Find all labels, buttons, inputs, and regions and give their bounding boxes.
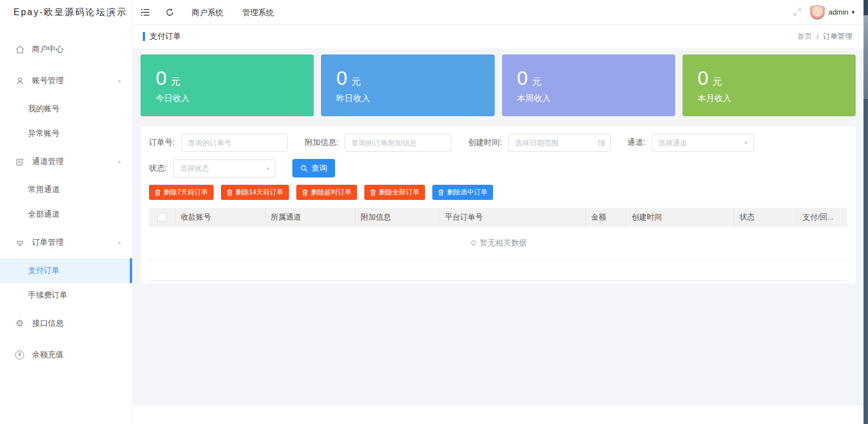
stat-unit: 元 bbox=[712, 76, 722, 87]
scrollbar-thumb[interactable] bbox=[864, 15, 868, 100]
status-select[interactable] bbox=[173, 159, 275, 177]
stat-value: 0 bbox=[698, 67, 708, 89]
stat-card-week-income: 0元 本周收入 bbox=[502, 54, 675, 116]
stat-label: 今日收入 bbox=[156, 93, 299, 104]
refresh-icon[interactable] bbox=[157, 0, 182, 25]
sidebar-item-label: 余额充值 bbox=[32, 350, 64, 360]
stat-value: 0 bbox=[517, 67, 528, 89]
trash-icon bbox=[227, 189, 233, 196]
sidebar-item-payment-orders[interactable]: 支付订单 bbox=[0, 258, 132, 283]
trash-icon bbox=[302, 189, 308, 196]
stat-label: 本周收入 bbox=[517, 93, 660, 104]
filter-extra-info: 附加信息: bbox=[305, 134, 451, 152]
breadcrumb-current: 订单管理 bbox=[823, 31, 852, 42]
col-receive-account: 收款账号 bbox=[175, 208, 265, 227]
sidebar: Epay-欧皇源码论坛演示 商户中心 账号管理 ▲ 我的账号 异常账号 bbox=[0, 0, 133, 424]
channel-select[interactable] bbox=[652, 134, 754, 152]
sidebar-item-my-accounts[interactable]: 我的账号 bbox=[0, 97, 132, 121]
select-all-checkbox[interactable] bbox=[157, 213, 166, 222]
smiley-icon: ☺ bbox=[469, 238, 478, 247]
sidebar-item-common-channels[interactable]: 常用通道 bbox=[0, 177, 132, 202]
sidebar-item-order-mgmt[interactable]: 订单管理 ▲ bbox=[0, 227, 132, 258]
user-menu[interactable]: admin ▼ bbox=[829, 8, 856, 16]
order-icon bbox=[15, 238, 25, 248]
col-status: 状态 bbox=[734, 208, 797, 227]
user-icon bbox=[15, 76, 25, 86]
trash-icon bbox=[438, 189, 444, 196]
delete-all-button[interactable]: 删除全部订单 bbox=[364, 185, 425, 200]
sidebar-item-account-mgmt[interactable]: 账号管理 ▲ bbox=[0, 65, 132, 97]
stat-cards: 0元 今日收入 0元 昨日收入 0元 本周收入 0元 本月收入 bbox=[141, 54, 856, 116]
stat-unit: 元 bbox=[532, 76, 541, 87]
trash-icon bbox=[155, 189, 161, 196]
sidebar-item-label: 通道管理 bbox=[32, 157, 64, 167]
col-amount: 金额 bbox=[585, 208, 626, 227]
delete-selected-button[interactable]: 删除选中订单 bbox=[432, 185, 493, 200]
status-label: 状态: bbox=[149, 163, 167, 174]
search-button-label: 查询 bbox=[311, 163, 327, 174]
empty-text: 暂无相关数据 bbox=[480, 238, 527, 247]
sidebar-item-label: 订单管理 bbox=[32, 238, 64, 248]
delete-14days-button[interactable]: 删除14天前订单 bbox=[221, 185, 289, 200]
topbar-link-admin-system[interactable]: 管理系统 bbox=[233, 0, 283, 25]
sidebar-item-merchant-center[interactable]: 商户中心 bbox=[0, 34, 132, 65]
stat-unit: 元 bbox=[351, 76, 361, 87]
filter-create-time: 创建时间: bbox=[468, 134, 611, 152]
title-accent-bar bbox=[143, 32, 145, 41]
stat-value: 0 bbox=[336, 67, 347, 89]
sidebar-item-channel-mgmt[interactable]: 通道管理 ▲ bbox=[0, 146, 132, 177]
filter-status: 状态: ▼ bbox=[149, 159, 275, 177]
scrollbar-cap bbox=[864, 0, 868, 15]
gear-icon: ⚙ bbox=[15, 318, 25, 329]
action-label: 删除14天前订单 bbox=[236, 188, 283, 197]
fullscreen-icon[interactable] bbox=[793, 7, 802, 17]
sidebar-item-abnormal-accounts[interactable]: 异常账号 bbox=[0, 121, 132, 146]
sidebar-item-fee-orders[interactable]: 手续费订单 bbox=[0, 283, 132, 308]
sidebar-subitem-label: 全部通道 bbox=[28, 209, 60, 220]
breadcrumb: 首页 / 订单管理 bbox=[797, 31, 852, 42]
sidebar-item-balance-recharge[interactable]: ¥ 余额充值 bbox=[0, 339, 132, 371]
sidebar-subitem-label: 我的账号 bbox=[28, 104, 60, 114]
main-content: 0元 今日收入 0元 昨日收入 0元 本周收入 0元 本月收入 订单号: bbox=[133, 48, 864, 405]
extra-info-input[interactable] bbox=[345, 134, 451, 152]
stat-label: 本月收入 bbox=[698, 93, 840, 104]
sidebar-subitem-label: 支付订单 bbox=[28, 266, 60, 276]
delete-7days-button[interactable]: 删除7天前订单 bbox=[149, 185, 214, 200]
filter-row-1: 订单号: 附加信息: 创建时间: 通 bbox=[149, 134, 847, 152]
avatar[interactable] bbox=[810, 5, 825, 20]
breadcrumb-home[interactable]: 首页 bbox=[797, 31, 812, 42]
stat-card-today-income: 0元 今日收入 bbox=[141, 54, 314, 116]
stat-value: 0 bbox=[156, 67, 166, 89]
orders-panel: 订单号: 附加信息: 创建时间: 通 bbox=[141, 126, 856, 284]
coin-icon: ¥ bbox=[15, 350, 25, 360]
page-title: 支付订单 bbox=[150, 31, 181, 42]
action-label: 删除超时订单 bbox=[311, 188, 351, 197]
date-range-input[interactable] bbox=[508, 134, 611, 152]
topbar-link-merchant-system[interactable]: 商户系统 bbox=[182, 0, 233, 25]
empty-row: ☺暂无相关数据 bbox=[149, 227, 847, 259]
filter-row-2: 状态: ▼ 查询 bbox=[149, 159, 847, 177]
home-icon bbox=[15, 44, 25, 54]
stat-card-month-income: 0元 本月收入 bbox=[682, 54, 856, 116]
sidebar-item-label: 账号管理 bbox=[32, 76, 64, 86]
collapse-sidebar-icon[interactable] bbox=[133, 0, 157, 25]
action-label: 删除全部订单 bbox=[379, 188, 419, 197]
sidebar-item-label: 商户中心 bbox=[32, 44, 64, 54]
col-pay-callback: 支付/回... bbox=[797, 208, 847, 227]
sidebar-item-api-info[interactable]: ⚙ 接口信息 bbox=[0, 308, 132, 339]
search-button[interactable]: 查询 bbox=[292, 159, 335, 177]
sidebar-subitem-label: 手续费订单 bbox=[28, 290, 67, 300]
sidebar-item-all-channels[interactable]: 全部通道 bbox=[0, 202, 132, 227]
action-label: 删除选中订单 bbox=[447, 188, 487, 197]
page-title-wrap: 支付订单 bbox=[143, 31, 181, 42]
order-no-input[interactable] bbox=[181, 134, 288, 152]
search-icon bbox=[300, 165, 308, 172]
filter-channel: 通道: ▼ bbox=[627, 134, 754, 152]
page-scrollbar[interactable] bbox=[864, 0, 868, 424]
trash-icon bbox=[370, 189, 376, 196]
delete-timeout-button[interactable]: 删除超时订单 bbox=[296, 185, 357, 200]
caret-up-icon: ▲ bbox=[117, 79, 122, 83]
create-time-label: 创建时间: bbox=[468, 138, 502, 148]
stat-card-yesterday-income: 0元 昨日收入 bbox=[321, 54, 494, 116]
col-extra-info: 附加信息 bbox=[355, 208, 439, 227]
